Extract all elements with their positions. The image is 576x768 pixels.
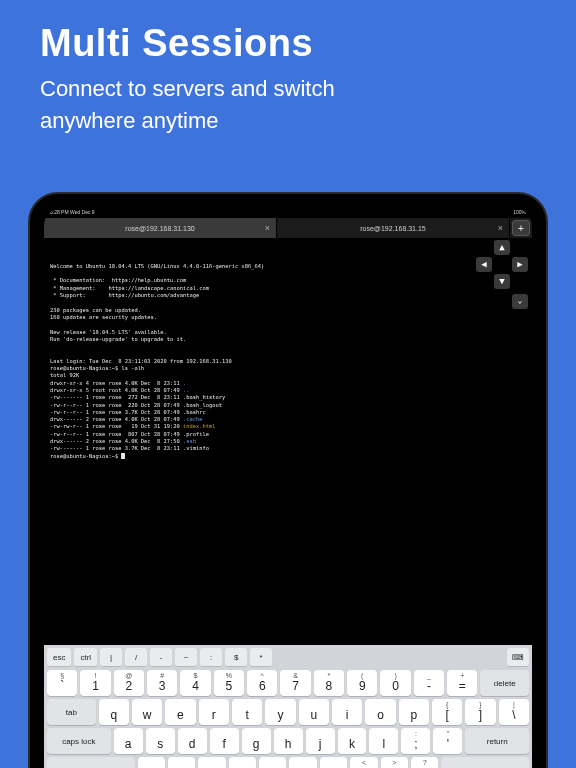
tilde-key[interactable]: ~ xyxy=(175,648,197,667)
key-d[interactable]: d xyxy=(178,728,207,754)
key-t[interactable]: t xyxy=(232,699,262,725)
key-q[interactable]: q xyxy=(99,699,129,725)
hero-subtitle: Connect to servers and switch anywhere a… xyxy=(40,73,548,137)
key-6[interactable]: ^6 xyxy=(247,670,277,696)
arrow-right-button[interactable]: ▶ xyxy=(512,257,528,272)
key-left-bracket[interactable]: {[ xyxy=(432,699,462,725)
key-v[interactable]: v xyxy=(229,757,256,768)
key-1[interactable]: !1 xyxy=(80,670,110,696)
key-s[interactable]: s xyxy=(146,728,175,754)
key-j[interactable]: j xyxy=(306,728,335,754)
terminal-output[interactable]: ▲ ◀ ▶ ▼ ⌄ Welcome to Ubuntu 18.04.4 LTS … xyxy=(44,238,532,645)
key-e[interactable]: e xyxy=(165,699,195,725)
key-7[interactable]: &7 xyxy=(280,670,310,696)
session-tab-1-label: rose@192.168.31.130 xyxy=(125,225,194,232)
colon-key[interactable]: : xyxy=(200,648,222,667)
keyboard-row-1: §` !1 @2 #3 $4 %5 ^6 &7 *8 (9 )0 _- += d… xyxy=(47,670,529,696)
star-key[interactable]: * xyxy=(250,648,272,667)
key-forward-slash[interactable]: ?/ xyxy=(411,757,438,768)
key-r[interactable]: r xyxy=(199,699,229,725)
arrow-pad: ▲ ◀ ▶ ▼ xyxy=(476,240,528,289)
key-k[interactable]: k xyxy=(338,728,367,754)
key-right-bracket[interactable]: }] xyxy=(465,699,495,725)
close-icon[interactable]: × xyxy=(498,224,503,233)
keyboard-accessory-row: esc ctrl | / - ~ : $ * ⌨ xyxy=(47,648,529,667)
key-shift-right[interactable]: shift xyxy=(441,757,529,768)
key-c[interactable]: c xyxy=(198,757,225,768)
arrow-down-button[interactable]: ▼ xyxy=(494,274,510,289)
session-tab-bar: rose@192.168.31.130 × rose@192.168.31.15… xyxy=(44,218,532,238)
status-time: 6:28 PM Wed Dec 9 xyxy=(50,209,95,217)
keyboard-toggle-icon[interactable]: ⌨ xyxy=(507,648,529,667)
key-5[interactable]: %5 xyxy=(214,670,244,696)
key-m[interactable]: m xyxy=(320,757,347,768)
add-tab-button[interactable]: + xyxy=(512,220,530,236)
key-minus[interactable]: _- xyxy=(414,670,444,696)
key-f[interactable]: f xyxy=(210,728,239,754)
key-return[interactable]: return xyxy=(465,728,529,754)
status-battery: 100% xyxy=(513,209,526,217)
session-tab-2-label: rose@192.168.31.15 xyxy=(360,225,426,232)
key-p[interactable]: p xyxy=(399,699,429,725)
tablet-screen: 6:28 PM Wed Dec 9 100% rose@192.168.31.1… xyxy=(44,208,532,768)
key-i[interactable]: i xyxy=(332,699,362,725)
pipe-key[interactable]: | xyxy=(100,648,122,667)
ctrl-key[interactable]: ctrl xyxy=(74,648,97,667)
key-o[interactable]: o xyxy=(365,699,395,725)
close-icon[interactable]: × xyxy=(265,224,270,233)
key-semicolon[interactable]: :; xyxy=(401,728,430,754)
key-tab[interactable]: tab xyxy=(47,699,96,725)
key-2[interactable]: @2 xyxy=(114,670,144,696)
esc-key[interactable]: esc xyxy=(47,648,71,667)
key-3[interactable]: #3 xyxy=(147,670,177,696)
key-caps-lock[interactable]: caps lock xyxy=(47,728,111,754)
dollar-key[interactable]: $ xyxy=(225,648,247,667)
key-quote[interactable]: "' xyxy=(433,728,462,754)
slash-key[interactable]: / xyxy=(125,648,147,667)
tablet-frame: 6:28 PM Wed Dec 9 100% rose@192.168.31.1… xyxy=(28,192,548,768)
key-u[interactable]: u xyxy=(299,699,329,725)
key-comma[interactable]: <, xyxy=(350,757,377,768)
arrow-up-button[interactable]: ▲ xyxy=(494,240,510,255)
dash-key[interactable]: - xyxy=(150,648,172,667)
key-shift-left[interactable]: shift xyxy=(47,757,135,768)
key-z[interactable]: z xyxy=(138,757,165,768)
terminal-cursor xyxy=(121,453,125,459)
keyboard-row-4: shift z x c v b n m <, >. ?/ shift xyxy=(47,757,529,768)
key-n[interactable]: n xyxy=(289,757,316,768)
key-period[interactable]: >. xyxy=(381,757,408,768)
key-x[interactable]: x xyxy=(168,757,195,768)
key-backslash[interactable]: |\ xyxy=(499,699,529,725)
key-l[interactable]: l xyxy=(369,728,398,754)
key-b[interactable]: b xyxy=(259,757,286,768)
session-tab-1[interactable]: rose@192.168.31.130 × xyxy=(44,218,277,238)
keyboard-row-2: tab q w e r t y u i o p {[ }] |\ xyxy=(47,699,529,725)
key-4[interactable]: $4 xyxy=(180,670,210,696)
extra-key-button[interactable]: ⌄ xyxy=(512,294,528,309)
hero-title: Multi Sessions xyxy=(40,22,548,65)
key-y[interactable]: y xyxy=(265,699,295,725)
key-w[interactable]: w xyxy=(132,699,162,725)
key-g[interactable]: g xyxy=(242,728,271,754)
key-delete[interactable]: delete xyxy=(480,670,529,696)
key-8[interactable]: *8 xyxy=(314,670,344,696)
key-0[interactable]: )0 xyxy=(380,670,410,696)
status-bar: 6:28 PM Wed Dec 9 100% xyxy=(44,208,532,218)
key-h[interactable]: h xyxy=(274,728,303,754)
keyboard-row-3: caps lock a s d f g h j k l :; "' return xyxy=(47,728,529,754)
on-screen-keyboard: esc ctrl | / - ~ : $ * ⌨ §` !1 @2 #3 $4 … xyxy=(44,645,532,768)
key-a[interactable]: a xyxy=(114,728,143,754)
session-tab-2[interactable]: rose@192.168.31.15 × xyxy=(277,218,510,238)
key-9[interactable]: (9 xyxy=(347,670,377,696)
arrow-left-button[interactable]: ◀ xyxy=(476,257,492,272)
key-backtick[interactable]: §` xyxy=(47,670,77,696)
key-equals[interactable]: += xyxy=(447,670,477,696)
